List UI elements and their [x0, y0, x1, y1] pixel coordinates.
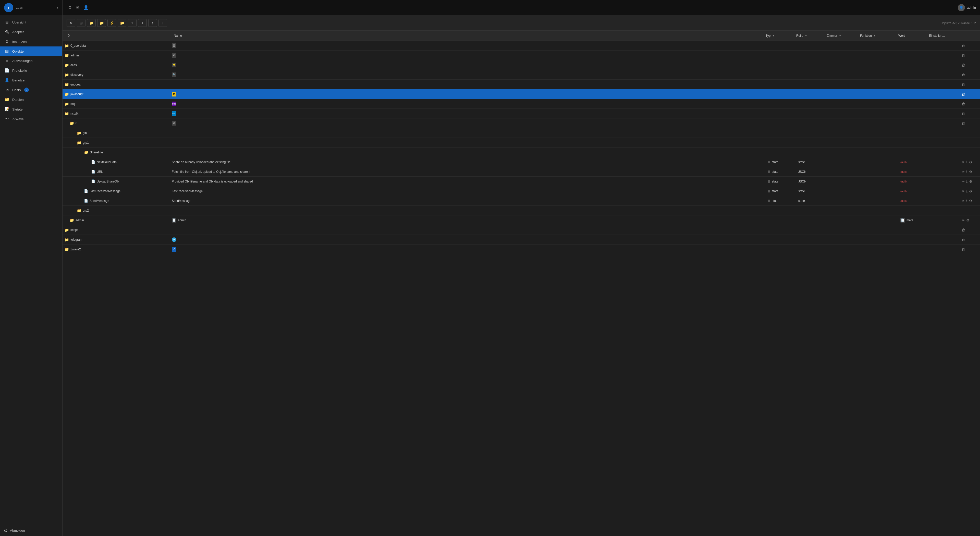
delete-icon[interactable]: 🗑 — [962, 121, 965, 125]
table-row[interactable]: 📁 nctalk NC 🗑 — [62, 109, 980, 118]
delete-icon[interactable]: 🗑 — [962, 83, 965, 86]
delete-icon[interactable]: 🗑 — [962, 53, 965, 57]
number-button[interactable]: 1 — [128, 19, 137, 27]
main-content: ⚙ ☀ 👤 👤 admin ↻ ⊞ 📁 📁 ⚡ 📁 1 + ↑ ↓ Objekt… — [62, 0, 980, 536]
col-header-typ[interactable]: Typ ▼ — [764, 34, 794, 38]
sidebar-footer[interactable]: ⏻ Abmelden — [0, 525, 62, 536]
folder-button-1[interactable]: 📁 — [87, 19, 96, 27]
table-row[interactable]: 📁 enocean 🗑 — [62, 80, 980, 89]
col-header-funktion[interactable]: Funktion ▼ — [858, 34, 896, 38]
info-icon[interactable]: ℹ — [966, 180, 967, 183]
hosts-icon: 🖥 — [4, 88, 10, 92]
folder-icon: 📁 — [65, 92, 69, 96]
info-icon[interactable]: ℹ — [966, 199, 967, 203]
sidebar-item-aufzaehlungen[interactable]: ≡ Aufzählungen — [0, 56, 62, 65]
info-icon[interactable]: ℹ — [966, 160, 967, 164]
edit-icon[interactable]: ✏ — [962, 189, 965, 193]
table-row[interactable]: 📄 UploadShareObj Provided Obj.filename a… — [62, 177, 980, 186]
file-icon: 📄 — [84, 199, 88, 203]
sidebar-item-objekte[interactable]: ▤ Objekte — [0, 46, 62, 56]
collapse-button[interactable]: ↑ — [148, 19, 157, 27]
table-row[interactable]: 📁 ShareFile — [62, 148, 980, 157]
table-row[interactable]: 📄 LastReceivedMessage LastReceivedMessag… — [62, 186, 980, 196]
refresh-button[interactable]: ↻ — [67, 19, 75, 27]
table-row[interactable]: 📁 alias 💡 🗑 — [62, 60, 980, 70]
user-icon[interactable]: 👤 — [82, 3, 90, 11]
export-button[interactable]: ↓ — [159, 19, 167, 27]
delete-icon[interactable]: 🗑 — [962, 247, 965, 251]
folder-button-3[interactable]: 📁 — [118, 19, 126, 27]
table-row[interactable]: 📁 admin 📄 admin 📄 meta ✏ ⚙ — [62, 215, 980, 225]
row-icon: NC — [172, 111, 177, 116]
table-row[interactable]: 📁 javascript JS 🗑 — [62, 89, 980, 99]
delete-icon[interactable]: 🗑 — [962, 102, 965, 106]
settings-icon[interactable]: ⚙ — [969, 160, 972, 164]
row-id-nextcloudpath: 📄 NextcloudPath — [62, 160, 170, 164]
lightning-button[interactable]: ⚡ — [107, 19, 116, 27]
table-row[interactable]: 📄 SendMessage SendMessage state state (n… — [62, 196, 980, 206]
delete-icon[interactable]: 🗑 — [962, 73, 965, 77]
table-row[interactable]: 📁 glb — [62, 128, 980, 138]
table-row[interactable]: 📁 0 ⚙ 🗑 — [62, 118, 980, 128]
folder-button-2[interactable]: 📁 — [97, 19, 106, 27]
info-icon[interactable]: ℹ — [966, 170, 967, 174]
table-row[interactable]: 📁 discovery 🔍 🗑 — [62, 70, 980, 80]
delete-icon[interactable]: 🗑 — [962, 63, 965, 67]
delete-icon[interactable]: 🗑 — [962, 111, 965, 116]
settings-icon[interactable]: ⚙ — [969, 170, 972, 174]
add-button[interactable]: + — [138, 19, 147, 27]
sidebar-item-uebersicht[interactable]: ⊞ Übersicht — [0, 17, 62, 27]
row-id-enocean: 📁 enocean — [62, 83, 170, 86]
delete-icon[interactable]: 🗑 — [962, 238, 965, 242]
settings-icon[interactable]: ⚙ — [966, 218, 969, 222]
edit-icon[interactable]: ✏ — [962, 199, 965, 203]
table-row[interactable]: 📁 grp2 — [62, 206, 980, 215]
action-icons: ✏ ℹ ⚙ — [962, 160, 972, 164]
col-header-rolle[interactable]: Rolle ▼ — [794, 34, 825, 38]
col-header-zimmer[interactable]: Zimmer ▼ — [825, 34, 858, 38]
table-row[interactable]: 📁 script 🗑 — [62, 225, 980, 235]
folder-icon: 📁 — [65, 228, 69, 232]
folder-icon: 📁 — [65, 53, 69, 57]
col-header-einstellung: Einstellun... — [927, 34, 958, 38]
settings-icon[interactable]: ⚙ — [969, 189, 972, 193]
theme-icon[interactable]: ☀ — [74, 3, 81, 11]
folder-icon: 📁 — [65, 111, 69, 116]
table-row[interactable]: 📄 URL Fetch file from Obj.url, upload to… — [62, 167, 980, 177]
delete-icon[interactable]: 🗑 — [962, 92, 965, 96]
delete-icon[interactable]: 🗑 — [962, 228, 965, 232]
table-row[interactable]: 📄 NextcloudPath Share an already uploade… — [62, 157, 980, 167]
table-row[interactable]: 📁 telegram ✈ 🗑 — [62, 235, 980, 245]
sidebar-collapse-btn[interactable]: ‹ — [57, 5, 58, 10]
settings-icon[interactable]: ⚙ — [67, 3, 73, 11]
edit-icon[interactable]: ✏ — [962, 180, 965, 183]
table-row[interactable]: 📁 mqtt MQ 🗑 — [62, 99, 980, 109]
settings-icon[interactable]: ⚙ — [969, 180, 972, 183]
row-name-javascript: JS — [170, 92, 765, 97]
topbar: ⚙ ☀ 👤 👤 admin — [62, 0, 980, 15]
sidebar-item-hosts[interactable]: 🖥 Hosts 2 — [0, 85, 62, 95]
sidebar-item-benutzer[interactable]: 👤 Benutzer — [0, 75, 62, 85]
sidebar-item-instanzen[interactable]: ⚙ Instanzen — [0, 37, 62, 46]
app-logo: i — [4, 3, 13, 12]
delete-icon[interactable]: 🗑 — [962, 44, 965, 48]
table-row[interactable]: 📁 admin ⚙ 🗑 — [62, 51, 980, 60]
sidebar-item-protokolle[interactable]: 📄 Protokolle — [0, 65, 62, 75]
settings-icon[interactable]: ⚙ — [969, 199, 972, 203]
table-row[interactable]: 📁 grp1 — [62, 138, 980, 148]
sidebar-item-adapter[interactable]: 🔌 Adapter — [0, 27, 62, 37]
sidebar-item-zwave[interactable]: 〜 Z-Wave — [0, 114, 62, 124]
funktion-filter-icon: ▼ — [873, 34, 876, 37]
table-body: 📁 0_userdata 🖼 🗑 📁 admin ⚙ — [62, 41, 980, 536]
edit-icon[interactable]: ✏ — [962, 218, 965, 222]
table-row[interactable]: 📁 0_userdata 🖼 🗑 — [62, 41, 980, 51]
info-icon[interactable]: ℹ — [966, 189, 967, 193]
edit-icon[interactable]: ✏ — [962, 170, 965, 174]
grid-view-button[interactable]: ⊞ — [77, 19, 86, 27]
sidebar-item-dateien[interactable]: 📁 Dateien — [0, 95, 62, 104]
table-row[interactable]: 📁 zwave2 Z 🗑 — [62, 245, 980, 254]
skripte-icon: 📝 — [4, 107, 10, 111]
edit-icon[interactable]: ✏ — [962, 160, 965, 164]
rolle-filter-icon: ▼ — [805, 34, 807, 37]
sidebar-item-skripte[interactable]: 📝 Skripte — [0, 104, 62, 114]
